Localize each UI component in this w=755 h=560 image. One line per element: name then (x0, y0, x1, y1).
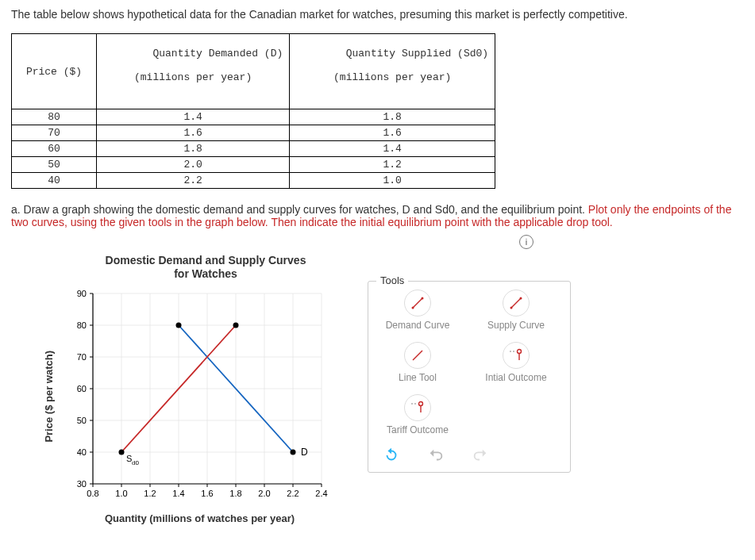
svg-text:1.2: 1.2 (144, 489, 156, 498)
line-icon (503, 290, 530, 316)
chart-block: Domestic Demand and Supply Curves for Wa… (43, 254, 345, 524)
svg-text:d0: d0 (132, 459, 139, 466)
svg-line-63 (511, 298, 521, 308)
drop-point-icon (404, 394, 431, 421)
tool-line[interactable]: Line Tool (378, 342, 457, 383)
th-price: Price ($) (12, 34, 97, 109)
svg-text:0.8: 0.8 (87, 489, 98, 498)
svg-point-61 (422, 297, 424, 300)
tool-tariff-outcome[interactable]: Tariff Outcome (378, 394, 457, 435)
line-icon (404, 290, 431, 316)
drop-point-icon (503, 342, 530, 369)
svg-point-52 (291, 449, 296, 455)
tool-demand-curve[interactable]: Demand Curve (378, 290, 457, 331)
tools-panel: Tools Demand Curve Supply Curve Line (368, 281, 571, 473)
svg-text:40: 40 (77, 447, 87, 457)
svg-line-65 (413, 351, 422, 360)
svg-point-67 (518, 350, 522, 354)
th-qd: Quantity Demanded (D) (millions per year… (97, 34, 290, 109)
svg-text:2.0: 2.0 (258, 489, 270, 498)
svg-text:90: 90 (77, 289, 87, 298)
svg-text:1.0: 1.0 (115, 489, 127, 498)
tool-supply-curve[interactable]: Supply Curve (476, 290, 556, 331)
undo-icon[interactable] (427, 447, 445, 464)
svg-point-51 (176, 322, 182, 328)
svg-point-70 (419, 402, 423, 406)
svg-text:60: 60 (77, 384, 87, 393)
table-row: 502.01.2 (12, 157, 495, 173)
question-text: a. Draw a graph showing the domestic dem… (11, 203, 744, 228)
svg-text:1.8: 1.8 (229, 489, 241, 498)
svg-text:1.6: 1.6 (201, 489, 213, 498)
x-axis-label: Quantity (millions of watches per year) (75, 512, 325, 524)
svg-text:1.4: 1.4 (172, 489, 184, 498)
svg-text:D: D (301, 447, 308, 458)
table-row: 601.81.4 (12, 141, 495, 157)
chart-canvas[interactable]: 0.81.01.21.41.61.82.02.22.43040506070809… (60, 286, 345, 508)
chart-title: Domestic Demand and Supply Curves for Wa… (75, 254, 337, 281)
svg-point-64 (520, 297, 522, 300)
data-table: Price ($) Quantity Demanded (D) (million… (11, 33, 495, 189)
reset-icon[interactable] (383, 447, 400, 464)
svg-point-55 (233, 322, 239, 328)
svg-text:2.4: 2.4 (315, 489, 327, 498)
table-row: 402.21.0 (12, 173, 495, 189)
svg-text:80: 80 (77, 320, 87, 330)
intro-text: The table below shows hypothetical data … (11, 8, 744, 21)
svg-text:2.2: 2.2 (287, 489, 299, 498)
svg-line-60 (413, 298, 422, 308)
line-icon (404, 342, 431, 369)
svg-text:70: 70 (77, 352, 87, 362)
table-row: 701.61.6 (12, 125, 495, 141)
redo-icon[interactable] (472, 447, 489, 464)
info-icon[interactable]: i (519, 235, 534, 249)
svg-text:50: 50 (77, 416, 87, 425)
y-axis-label: Price ($ per watch) (43, 351, 55, 443)
svg-point-54 (119, 449, 125, 455)
tools-legend: Tools (376, 274, 408, 286)
svg-text:30: 30 (77, 479, 87, 489)
table-row: 801.41.8 (12, 109, 495, 125)
th-qs: Quantity Supplied (Sd0) (millions per ye… (290, 34, 495, 109)
tool-initial-outcome[interactable]: Intial Outcome (476, 342, 556, 383)
